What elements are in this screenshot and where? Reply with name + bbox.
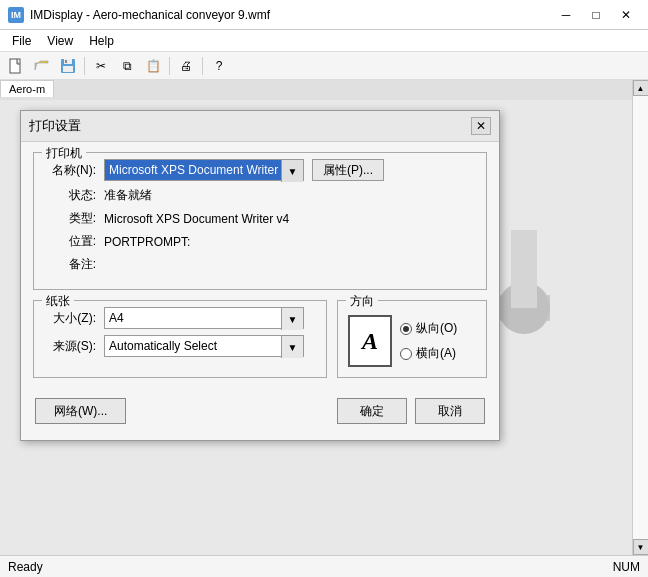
cancel-button[interactable]: 取消 bbox=[415, 398, 485, 424]
print-settings-dialog: 打印设置 ✕ 打印机 名称(N): Microsoft XPS Docu bbox=[20, 110, 500, 441]
scrollbar-right[interactable]: ▲ ▼ bbox=[632, 80, 648, 555]
document-area: Aero-m 打印设置 ✕ bbox=[0, 80, 632, 555]
paper-source-label: 来源(S): bbox=[44, 338, 104, 355]
scroll-up-button[interactable]: ▲ bbox=[633, 80, 649, 96]
paper-source-row: 来源(S): Automatically Select ▼ bbox=[44, 335, 316, 357]
status-right: NUM bbox=[613, 560, 640, 574]
dialog-overlay: 打印设置 ✕ 打印机 名称(N): Microsoft XPS Docu bbox=[0, 80, 632, 555]
svg-rect-3 bbox=[65, 60, 67, 63]
printer-group: 打印机 名称(N): Microsoft XPS Document Writer… bbox=[33, 152, 487, 290]
printer-group-label: 打印机 bbox=[42, 145, 86, 162]
copy-button[interactable]: ⧉ bbox=[115, 55, 139, 77]
save-button[interactable] bbox=[56, 55, 80, 77]
printer-status-label: 状态: bbox=[44, 187, 104, 204]
maximize-button[interactable]: □ bbox=[582, 4, 610, 26]
printer-type-label: 类型: bbox=[44, 210, 104, 227]
printer-name-row: 名称(N): Microsoft XPS Document Writer ▼ 属… bbox=[44, 159, 476, 181]
printer-type-value: Microsoft XPS Document Writer v4 bbox=[104, 212, 289, 226]
printer-status-value: 准备就绪 bbox=[104, 187, 152, 204]
landscape-radio-row: 横向(A) bbox=[400, 345, 457, 362]
help-button[interactable]: ? bbox=[207, 55, 231, 77]
scroll-down-button[interactable]: ▼ bbox=[633, 539, 649, 555]
ok-button[interactable]: 确定 bbox=[337, 398, 407, 424]
menu-bar: File View Help bbox=[0, 30, 648, 52]
toolbar-separator-2 bbox=[169, 57, 170, 75]
orientation-inner: A 纵向(O) 横向(A) bbox=[348, 307, 476, 367]
portrait-radio-row: 纵向(O) bbox=[400, 320, 457, 337]
paper-source-select-wrapper: Automatically Select ▼ bbox=[104, 335, 304, 357]
paper-size-select-wrapper: A4 ▼ bbox=[104, 307, 304, 329]
landscape-radio[interactable] bbox=[400, 348, 412, 360]
printer-select-arrow[interactable]: ▼ bbox=[281, 160, 303, 182]
paper-group: 纸张 大小(Z): A4 ▼ bbox=[33, 300, 327, 378]
bottom-section: 纸张 大小(Z): A4 ▼ bbox=[33, 300, 487, 388]
dialog-title-bar: 打印设置 ✕ bbox=[21, 111, 499, 142]
svg-rect-4 bbox=[63, 66, 73, 72]
dialog-buttons: 网络(W)... 确定 取消 bbox=[33, 398, 487, 430]
paper-size-row: 大小(Z): A4 ▼ bbox=[44, 307, 316, 329]
printer-comment-label: 备注: bbox=[44, 256, 104, 273]
btn-group-right: 确定 取消 bbox=[337, 398, 485, 424]
dialog-title: 打印设置 bbox=[29, 117, 81, 135]
orientation-options: 纵向(O) 横向(A) bbox=[400, 320, 457, 362]
landscape-label: 横向(A) bbox=[416, 345, 456, 362]
toolbar-separator-3 bbox=[202, 57, 203, 75]
orientation-group-label: 方向 bbox=[346, 293, 378, 310]
minimize-button[interactable]: ─ bbox=[552, 4, 580, 26]
new-button[interactable] bbox=[4, 55, 28, 77]
printer-properties-button[interactable]: 属性(P)... bbox=[312, 159, 384, 181]
orientation-icon: A bbox=[348, 315, 392, 367]
printer-location-row: 位置: PORTPROMPT: bbox=[44, 233, 476, 250]
open-button[interactable] bbox=[30, 55, 54, 77]
toolbar: ✂ ⧉ 📋 🖨 ? bbox=[0, 52, 648, 80]
window-controls[interactable]: ─ □ ✕ bbox=[552, 4, 640, 26]
network-button[interactable]: 网络(W)... bbox=[35, 398, 126, 424]
portrait-radio[interactable] bbox=[400, 323, 412, 335]
printer-location-value: PORTPROMPT: bbox=[104, 235, 190, 249]
printer-name-label: 名称(N): bbox=[44, 162, 104, 179]
toolbar-separator-1 bbox=[84, 57, 85, 75]
printer-comment-row: 备注: bbox=[44, 256, 476, 273]
paper-size-label: 大小(Z): bbox=[44, 310, 104, 327]
title-bar: IM IMDisplay - Aero-mechanical conveyor … bbox=[0, 0, 648, 30]
printer-name-select[interactable]: Microsoft XPS Document Writer ▼ bbox=[104, 159, 304, 181]
scroll-track[interactable] bbox=[633, 96, 648, 539]
paper-group-label: 纸张 bbox=[42, 293, 74, 310]
window-title: IMDisplay - Aero-mechanical conveyor 9.w… bbox=[30, 8, 270, 22]
cut-button[interactable]: ✂ bbox=[89, 55, 113, 77]
status-num: NUM bbox=[613, 560, 640, 574]
dialog-body: 打印机 名称(N): Microsoft XPS Document Writer… bbox=[21, 142, 499, 440]
menu-help[interactable]: Help bbox=[81, 32, 122, 50]
main-area: Aero-m 打印设置 ✕ bbox=[0, 80, 648, 555]
portrait-label: 纵向(O) bbox=[416, 320, 457, 337]
paper-source-select[interactable]: Automatically Select ▼ bbox=[104, 335, 304, 357]
paper-size-arrow[interactable]: ▼ bbox=[281, 308, 303, 330]
paper-size-select[interactable]: A4 ▼ bbox=[104, 307, 304, 329]
printer-name-select-wrapper: Microsoft XPS Document Writer ▼ 属性(P)... bbox=[104, 159, 384, 181]
svg-rect-0 bbox=[10, 59, 20, 73]
close-button[interactable]: ✕ bbox=[612, 4, 640, 26]
print-button[interactable]: 🖨 bbox=[174, 55, 198, 77]
paste-button[interactable]: 📋 bbox=[141, 55, 165, 77]
printer-status-row: 状态: 准备就绪 bbox=[44, 187, 476, 204]
printer-type-row: 类型: Microsoft XPS Document Writer v4 bbox=[44, 210, 476, 227]
app-icon: IM bbox=[8, 7, 24, 23]
printer-location-label: 位置: bbox=[44, 233, 104, 250]
menu-view[interactable]: View bbox=[39, 32, 81, 50]
orientation-group: 方向 A 纵向(O) bbox=[337, 300, 487, 378]
title-bar-left: IM IMDisplay - Aero-mechanical conveyor … bbox=[8, 7, 270, 23]
status-ready: Ready bbox=[8, 560, 43, 574]
status-bar: Ready NUM bbox=[0, 555, 648, 577]
paper-source-arrow[interactable]: ▼ bbox=[281, 336, 303, 358]
menu-file[interactable]: File bbox=[4, 32, 39, 50]
dialog-close-button[interactable]: ✕ bbox=[471, 117, 491, 135]
